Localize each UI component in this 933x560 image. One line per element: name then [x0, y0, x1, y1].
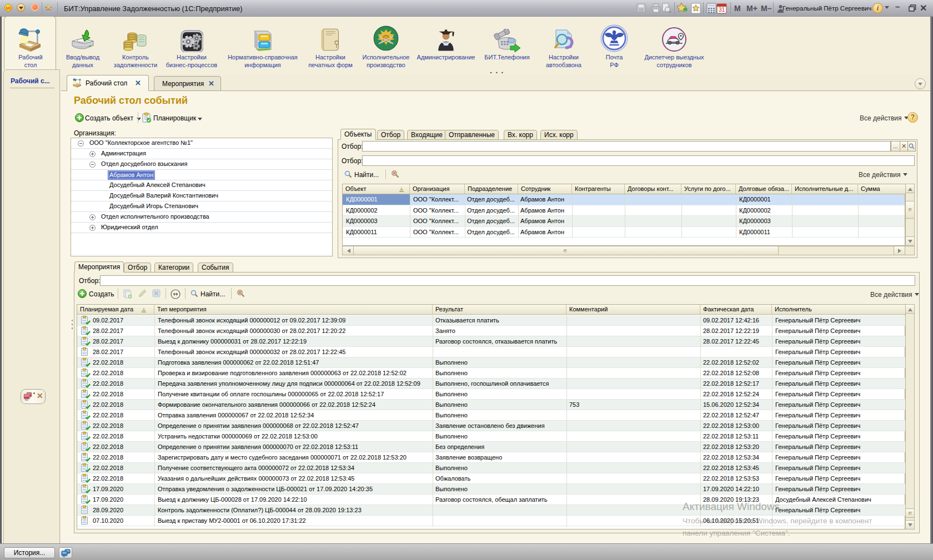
svg-text:31: 31	[719, 7, 725, 13]
